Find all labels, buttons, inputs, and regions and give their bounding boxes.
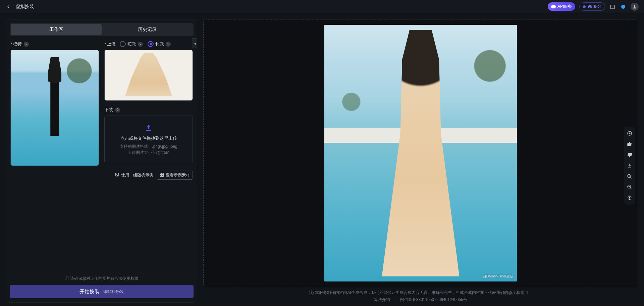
view-samples-label: 查看示例素材 [166, 172, 190, 178]
radio-long[interactable]: 长款 ? [148, 41, 171, 47]
garment-column: 上装 短款 ? 长款 ? [104, 41, 193, 166]
top-length-radio-group: 短款 ? 长款 ? [120, 41, 171, 47]
svg-rect-10 [162, 175, 164, 176]
model-preview-image [11, 50, 99, 166]
model-field-label: 模特 ? [10, 41, 99, 47]
canvas-toolbar [624, 127, 635, 205]
upload-icon [144, 124, 153, 133]
grid-icon [160, 173, 164, 178]
svg-point-5 [116, 174, 117, 174]
random-sample-label: 使用一组随机示例 [121, 172, 153, 178]
disclaimer: i本服务制作内容由AI生成合成，我们不能保证生成合成内容无误、准确和完整，生成合… [203, 290, 638, 303]
short-help-icon[interactable]: ? [138, 42, 143, 47]
algo-link[interactable]: 算法介绍 [374, 297, 390, 302]
watermark-text: 由DamoVision生成 [482, 274, 513, 279]
calendar-icon[interactable] [609, 3, 616, 10]
filing-number: 网信算备330110507206401240055号 [400, 297, 467, 302]
radio-long-label: 长款 [155, 41, 164, 47]
primary-btn-label: 开始换装 [79, 289, 100, 295]
info-circle-icon: i [309, 291, 314, 295]
start-tryon-button[interactable]: 开始换装 消耗2积分/次 [10, 285, 194, 298]
model-column: 模特 ? [10, 41, 99, 166]
api-label: API服务 [557, 4, 572, 9]
random-sample-button[interactable]: 使用一组随机示例 [115, 172, 153, 178]
user-avatar[interactable] [631, 3, 639, 11]
thumbs-down-icon[interactable] [626, 151, 633, 158]
download-icon[interactable] [626, 162, 633, 169]
upload-title: 点击或将文件拖拽到这里上传 [120, 135, 177, 141]
globe-icon[interactable] [620, 3, 627, 10]
svg-rect-9 [160, 175, 162, 176]
locate-icon[interactable] [626, 194, 633, 201]
model-image-slot[interactable] [10, 50, 99, 166]
model-label-text: 模特 [10, 41, 22, 47]
bottom-help-icon[interactable]: ? [115, 107, 120, 113]
app-header: 虚拟换装 API服务 98 积分 [0, 0, 644, 13]
thumbs-up-icon[interactable] [626, 141, 633, 147]
upload-hint: 支持的图片格式：.png/.jpg/.jpeg 上传图片大小不超过5M [120, 143, 177, 156]
credits-pill[interactable]: 98 积分 [579, 2, 605, 11]
radio-short[interactable]: 短款 ? [120, 41, 143, 47]
result-canvas: 由DamoVision生成 [203, 19, 638, 287]
add-icon[interactable] [626, 130, 633, 137]
svg-rect-8 [162, 173, 164, 174]
primary-btn-sub: 消耗2积分/次 [102, 289, 124, 294]
bottom-upload-box[interactable]: 点击或将文件拖拽到这里上传 支持的图片格式：.png/.jpg/.jpeg 上传… [104, 116, 193, 163]
disclaimer-text: 本服务制作内容由AI生成合成，我们不能保证生成合成内容无误、准确和完整，生成合成… [315, 290, 532, 295]
zoom-in-icon[interactable] [626, 173, 633, 180]
bottom-label-text: 下装 [104, 107, 113, 113]
left-footer: ⓘ请确保您对上传的图片有合法使用权限 开始换装 消耗2积分/次 [10, 272, 194, 298]
tab-workspace[interactable]: 工作区 [11, 24, 102, 35]
app-title: 虚拟换装 [15, 4, 34, 10]
tab-history[interactable]: 历史记录 [102, 24, 193, 35]
svg-point-1 [621, 5, 625, 9]
back-arrow-icon[interactable] [5, 4, 11, 10]
top-garment-image [105, 50, 193, 100]
top-garment-slot[interactable] [104, 50, 193, 101]
right-panel: 由DamoVision生成 i本服务制作内容由AI生成合成，我们不能保证生成合成… [203, 19, 638, 303]
view-samples-button[interactable]: 查看示例素材 [157, 171, 193, 180]
model-help-icon[interactable]: ? [24, 42, 29, 47]
svg-rect-3 [146, 130, 151, 131]
sample-actions: 使用一组随机示例 查看示例素材 [10, 171, 193, 180]
credits-dot-icon [583, 5, 586, 8]
collapse-panel-toggle[interactable]: ◂ [192, 38, 197, 48]
svg-rect-4 [115, 173, 118, 176]
info-icon: ⓘ [65, 276, 69, 281]
svg-point-6 [117, 175, 118, 176]
legal-notice: ⓘ请确保您对上传的图片有合法使用权限 [10, 274, 194, 285]
result-image[interactable]: 由DamoVision生成 [324, 25, 517, 281]
top-field-label: 上装 短款 ? 长款 ? [104, 41, 193, 47]
svg-point-15 [629, 198, 630, 199]
radio-short-label: 短款 [127, 41, 136, 47]
svg-point-2 [634, 5, 636, 7]
long-help-icon[interactable]: ? [166, 42, 171, 47]
bottom-field-label: 下装 ? [104, 107, 193, 113]
svg-rect-0 [610, 5, 614, 9]
svg-rect-7 [160, 173, 162, 174]
credits-label: 98 积分 [588, 4, 601, 9]
top-label-text: 上装 [104, 41, 116, 47]
left-panel: ◂ 工作区 历史记录 模特 ? [6, 19, 197, 303]
main-layout: ◂ 工作区 历史记录 模特 ? [0, 13, 644, 306]
dice-icon [115, 172, 119, 178]
tabs: 工作区 历史记录 [10, 23, 194, 36]
api-service-button[interactable]: API服务 [548, 2, 575, 11]
cloud-icon [551, 5, 556, 8]
zoom-out-icon[interactable] [626, 184, 633, 190]
workspace-scroll: 模特 ? 上装 短款 ? [10, 36, 194, 272]
